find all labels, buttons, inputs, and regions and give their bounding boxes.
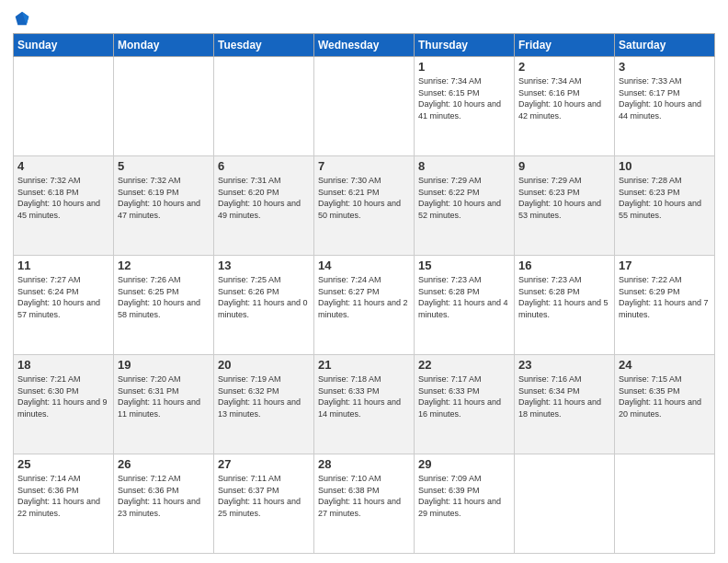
calendar-week-row: 18Sunrise: 7:21 AM Sunset: 6:30 PM Dayli… <box>14 355 715 454</box>
calendar-cell: 9Sunrise: 7:29 AM Sunset: 6:23 PM Daylig… <box>515 156 615 256</box>
day-detail: Sunrise: 7:10 AM Sunset: 6:38 PM Dayligh… <box>318 473 410 519</box>
day-number: 29 <box>418 457 510 471</box>
logo <box>13 9 35 28</box>
day-number: 5 <box>118 159 210 173</box>
day-number: 24 <box>619 358 711 372</box>
calendar-day-header: Wednesday <box>314 34 415 57</box>
day-number: 10 <box>619 159 711 173</box>
calendar-cell: 28Sunrise: 7:10 AM Sunset: 6:38 PM Dayli… <box>314 454 415 554</box>
calendar-week-row: 1Sunrise: 7:34 AM Sunset: 6:15 PM Daylig… <box>14 57 715 156</box>
day-number: 14 <box>318 259 410 272</box>
calendar-cell: 27Sunrise: 7:11 AM Sunset: 6:37 PM Dayli… <box>214 454 314 554</box>
calendar-cell <box>515 454 615 554</box>
day-number: 21 <box>318 358 410 372</box>
day-detail: Sunrise: 7:23 AM Sunset: 6:28 PM Dayligh… <box>418 274 510 320</box>
day-detail: Sunrise: 7:34 AM Sunset: 6:16 PM Dayligh… <box>518 75 610 121</box>
day-detail: Sunrise: 7:21 AM Sunset: 6:30 PM Dayligh… <box>17 373 109 419</box>
calendar-cell <box>214 57 314 156</box>
day-detail: Sunrise: 7:12 AM Sunset: 6:36 PM Dayligh… <box>118 473 210 519</box>
day-detail: Sunrise: 7:16 AM Sunset: 6:34 PM Dayligh… <box>518 373 610 419</box>
calendar-cell: 22Sunrise: 7:17 AM Sunset: 6:33 PM Dayli… <box>415 355 515 454</box>
day-number: 17 <box>619 259 711 272</box>
calendar-cell: 15Sunrise: 7:23 AM Sunset: 6:28 PM Dayli… <box>415 256 515 355</box>
day-number: 23 <box>518 358 610 372</box>
calendar-cell: 21Sunrise: 7:18 AM Sunset: 6:33 PM Dayli… <box>314 355 415 454</box>
day-detail: Sunrise: 7:18 AM Sunset: 6:33 PM Dayligh… <box>318 373 410 419</box>
day-detail: Sunrise: 7:34 AM Sunset: 6:15 PM Dayligh… <box>418 75 510 121</box>
calendar-table: SundayMondayTuesdayWednesdayThursdayFrid… <box>13 33 715 554</box>
day-detail: Sunrise: 7:31 AM Sunset: 6:20 PM Dayligh… <box>218 175 310 221</box>
calendar-cell: 10Sunrise: 7:28 AM Sunset: 6:23 PM Dayli… <box>615 156 715 256</box>
calendar-header-row: SundayMondayTuesdayWednesdayThursdayFrid… <box>14 34 715 57</box>
calendar-cell: 20Sunrise: 7:19 AM Sunset: 6:32 PM Dayli… <box>214 355 314 454</box>
day-number: 27 <box>218 457 310 471</box>
day-number: 2 <box>518 60 610 74</box>
calendar-cell: 3Sunrise: 7:33 AM Sunset: 6:17 PM Daylig… <box>615 57 715 156</box>
logo-icon <box>13 9 31 28</box>
day-number: 6 <box>218 159 310 173</box>
day-detail: Sunrise: 7:11 AM Sunset: 6:37 PM Dayligh… <box>218 473 310 519</box>
calendar-day-header: Friday <box>515 34 615 57</box>
day-number: 20 <box>218 358 310 372</box>
day-number: 16 <box>518 259 610 272</box>
day-detail: Sunrise: 7:15 AM Sunset: 6:35 PM Dayligh… <box>619 373 711 419</box>
day-number: 9 <box>518 159 610 173</box>
day-detail: Sunrise: 7:19 AM Sunset: 6:32 PM Dayligh… <box>218 373 310 419</box>
calendar-day-header: Saturday <box>615 34 715 57</box>
day-detail: Sunrise: 7:30 AM Sunset: 6:21 PM Dayligh… <box>318 175 410 221</box>
day-number: 8 <box>418 159 510 173</box>
day-number: 15 <box>418 259 510 272</box>
day-detail: Sunrise: 7:20 AM Sunset: 6:31 PM Dayligh… <box>118 373 210 419</box>
day-number: 3 <box>619 60 711 74</box>
day-detail: Sunrise: 7:23 AM Sunset: 6:28 PM Dayligh… <box>518 274 610 320</box>
calendar-cell: 12Sunrise: 7:26 AM Sunset: 6:25 PM Dayli… <box>114 256 214 355</box>
day-number: 19 <box>118 358 210 372</box>
calendar-day-header: Monday <box>114 34 214 57</box>
calendar-week-row: 4Sunrise: 7:32 AM Sunset: 6:18 PM Daylig… <box>14 156 715 256</box>
calendar-cell: 16Sunrise: 7:23 AM Sunset: 6:28 PM Dayli… <box>515 256 615 355</box>
calendar-cell: 13Sunrise: 7:25 AM Sunset: 6:26 PM Dayli… <box>214 256 314 355</box>
day-detail: Sunrise: 7:17 AM Sunset: 6:33 PM Dayligh… <box>418 373 510 419</box>
calendar-cell <box>114 57 214 156</box>
day-detail: Sunrise: 7:22 AM Sunset: 6:29 PM Dayligh… <box>619 274 711 320</box>
day-detail: Sunrise: 7:33 AM Sunset: 6:17 PM Dayligh… <box>619 75 711 121</box>
calendar-cell: 19Sunrise: 7:20 AM Sunset: 6:31 PM Dayli… <box>114 355 214 454</box>
page: SundayMondayTuesdayWednesdayThursdayFrid… <box>0 0 728 563</box>
day-number: 28 <box>318 457 410 471</box>
calendar-cell: 2Sunrise: 7:34 AM Sunset: 6:16 PM Daylig… <box>515 57 615 156</box>
day-detail: Sunrise: 7:14 AM Sunset: 6:36 PM Dayligh… <box>17 473 109 519</box>
day-number: 25 <box>17 457 109 471</box>
calendar-cell: 29Sunrise: 7:09 AM Sunset: 6:39 PM Dayli… <box>415 454 515 554</box>
day-detail: Sunrise: 7:29 AM Sunset: 6:22 PM Dayligh… <box>418 175 510 221</box>
header <box>13 9 715 28</box>
day-number: 7 <box>318 159 410 173</box>
day-number: 11 <box>17 259 109 272</box>
day-number: 1 <box>418 60 510 74</box>
calendar-cell: 1Sunrise: 7:34 AM Sunset: 6:15 PM Daylig… <box>415 57 515 156</box>
day-number: 22 <box>418 358 510 372</box>
calendar-day-header: Sunday <box>14 34 114 57</box>
calendar-day-header: Thursday <box>415 34 515 57</box>
calendar-cell: 26Sunrise: 7:12 AM Sunset: 6:36 PM Dayli… <box>114 454 214 554</box>
calendar-cell: 24Sunrise: 7:15 AM Sunset: 6:35 PM Dayli… <box>615 355 715 454</box>
calendar-cell: 4Sunrise: 7:32 AM Sunset: 6:18 PM Daylig… <box>14 156 114 256</box>
day-detail: Sunrise: 7:09 AM Sunset: 6:39 PM Dayligh… <box>418 473 510 519</box>
calendar-cell: 14Sunrise: 7:24 AM Sunset: 6:27 PM Dayli… <box>314 256 415 355</box>
day-detail: Sunrise: 7:32 AM Sunset: 6:18 PM Dayligh… <box>17 175 109 221</box>
day-number: 12 <box>118 259 210 272</box>
calendar-cell: 11Sunrise: 7:27 AM Sunset: 6:24 PM Dayli… <box>14 256 114 355</box>
calendar-cell: 23Sunrise: 7:16 AM Sunset: 6:34 PM Dayli… <box>515 355 615 454</box>
day-number: 4 <box>17 159 109 173</box>
calendar-cell: 8Sunrise: 7:29 AM Sunset: 6:22 PM Daylig… <box>415 156 515 256</box>
day-number: 26 <box>118 457 210 471</box>
calendar-day-header: Tuesday <box>214 34 314 57</box>
day-detail: Sunrise: 7:27 AM Sunset: 6:24 PM Dayligh… <box>17 274 109 320</box>
day-detail: Sunrise: 7:29 AM Sunset: 6:23 PM Dayligh… <box>518 175 610 221</box>
calendar-week-row: 11Sunrise: 7:27 AM Sunset: 6:24 PM Dayli… <box>14 256 715 355</box>
day-detail: Sunrise: 7:26 AM Sunset: 6:25 PM Dayligh… <box>118 274 210 320</box>
calendar-cell <box>314 57 415 156</box>
calendar-cell <box>615 454 715 554</box>
day-detail: Sunrise: 7:25 AM Sunset: 6:26 PM Dayligh… <box>218 274 310 320</box>
day-detail: Sunrise: 7:24 AM Sunset: 6:27 PM Dayligh… <box>318 274 410 320</box>
calendar-cell: 7Sunrise: 7:30 AM Sunset: 6:21 PM Daylig… <box>314 156 415 256</box>
